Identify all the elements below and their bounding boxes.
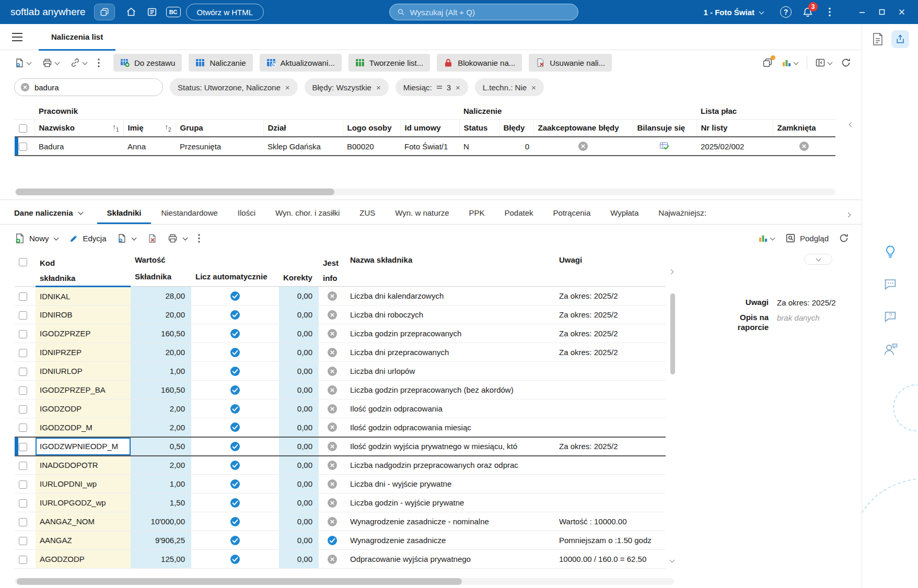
action-button-naliczanie[interactable]: Naliczanie bbox=[189, 54, 252, 72]
row-checkbox[interactable] bbox=[15, 512, 36, 531]
refresh-button[interactable] bbox=[841, 57, 851, 68]
auto-calc-cell[interactable] bbox=[191, 531, 279, 550]
component-code-cell[interactable]: IDNIROB bbox=[36, 305, 131, 324]
component-code-cell[interactable]: AGODZODP bbox=[36, 550, 131, 569]
home-icon[interactable] bbox=[122, 4, 140, 20]
component-value-cell[interactable]: 20,00 bbox=[131, 305, 191, 324]
cell-bledy[interactable]: 0 bbox=[499, 137, 533, 156]
component-row[interactable]: IDNIKAL28,000,00Liczba dni kalendarzowyc… bbox=[15, 287, 666, 305]
cell-zamknieta[interactable] bbox=[773, 137, 835, 156]
component-row[interactable]: IDNIURLOP1,000,00Liczba dni urlopów bbox=[15, 362, 666, 381]
row-checkbox[interactable] bbox=[15, 362, 36, 381]
help-chat-icon[interactable]: ? bbox=[883, 309, 898, 324]
more-menu-button[interactable] bbox=[821, 4, 839, 20]
component-value-cell[interactable]: 28,00 bbox=[131, 287, 191, 305]
action-button-blokowanie-na[interactable]: Blokowanie na... bbox=[437, 54, 522, 72]
filter-chip[interactable]: Status: Utworzone, Naliczone× bbox=[170, 78, 298, 96]
row-checkbox[interactable] bbox=[15, 475, 36, 493]
component-value-cell[interactable]: 9'906,25 bbox=[131, 531, 191, 550]
col-grupa[interactable]: Grupa bbox=[176, 119, 263, 137]
report-button[interactable] bbox=[117, 233, 137, 244]
correction-cell[interactable]: 0,00 bbox=[279, 324, 319, 343]
correction-cell[interactable]: 0,00 bbox=[279, 305, 319, 324]
component-code-cell[interactable]: IDNIPRZEP bbox=[36, 343, 131, 362]
correction-cell[interactable]: 0,00 bbox=[279, 418, 319, 437]
component-row[interactable]: IGODZODP_M2,000,00Ilość godzin odpracowa… bbox=[15, 418, 666, 437]
action-button-aktualizowani[interactable]: Aktualizowani... bbox=[260, 54, 342, 72]
company-selector[interactable]: 1 - Foto Świat bbox=[704, 8, 765, 17]
col-licz-automatycznie[interactable]: Licz automatycznie bbox=[191, 269, 279, 286]
col-uwagi[interactable]: Uwagi bbox=[555, 252, 666, 287]
news-icon[interactable] bbox=[143, 4, 161, 20]
employee-row[interactable]: Badura Anna Przesunięta Sklep Gdańska B0… bbox=[15, 137, 835, 156]
copy-view-button[interactable] bbox=[762, 57, 773, 68]
remove-filter-icon[interactable]: × bbox=[376, 84, 381, 91]
select-all-checkbox[interactable] bbox=[15, 119, 34, 137]
component-value-cell[interactable]: 2,00 bbox=[131, 418, 191, 437]
col-korekty[interactable]: Korekty bbox=[279, 252, 319, 287]
row-checkbox[interactable] bbox=[15, 550, 36, 569]
search-input[interactable] bbox=[34, 83, 157, 92]
windows-icon[interactable] bbox=[94, 4, 115, 20]
tab-najważniejsz[interactable]: Najważniejsz: bbox=[648, 208, 716, 217]
chart-button[interactable] bbox=[758, 233, 775, 243]
auto-calc-cell[interactable] bbox=[191, 418, 279, 437]
component-value-cell[interactable]: 1,00 bbox=[131, 475, 191, 493]
component-code-cell[interactable]: IDNIKAL bbox=[36, 287, 131, 305]
auto-calc-cell[interactable] bbox=[191, 550, 279, 569]
auto-calc-cell[interactable] bbox=[191, 324, 279, 343]
action-button-do-zestawu[interactable]: Do zestawu bbox=[113, 54, 182, 72]
correction-cell[interactable]: 0,00 bbox=[279, 399, 319, 418]
help-button[interactable]: ? bbox=[777, 4, 795, 20]
component-row[interactable]: IDNIROB20,000,00Liczba dni roboczychZa o… bbox=[15, 305, 666, 324]
remove-filter-icon[interactable]: × bbox=[285, 84, 290, 91]
tab-wyn-w-naturze[interactable]: Wyn. w naturze bbox=[385, 208, 459, 217]
correction-cell[interactable]: 0,00 bbox=[279, 531, 319, 550]
auto-calc-cell[interactable] bbox=[191, 343, 279, 362]
correction-cell[interactable]: 0,00 bbox=[279, 512, 319, 531]
correction-cell[interactable]: 0,00 bbox=[279, 493, 319, 512]
component-value-cell[interactable]: 160,50 bbox=[131, 324, 191, 343]
row-checkbox[interactable] bbox=[15, 531, 36, 550]
component-row[interactable]: IGODZPRZEP160,500,00Liczba godzin przepr… bbox=[15, 324, 666, 343]
menu-button[interactable] bbox=[9, 29, 25, 45]
component-row[interactable]: IDNIPRZEP20,000,00Liczba dni przepracowa… bbox=[15, 343, 666, 362]
collapse-columns-icon[interactable] bbox=[847, 122, 853, 128]
auto-calc-cell[interactable] bbox=[191, 456, 279, 475]
component-code-cell[interactable]: IGODZODP bbox=[36, 399, 131, 418]
panel-layout-button[interactable] bbox=[815, 57, 833, 68]
col-bledy[interactable]: Błędy bbox=[499, 119, 533, 137]
tab-podatek[interactable]: Podatek bbox=[495, 208, 543, 217]
clear-search-icon[interactable] bbox=[20, 82, 30, 92]
component-code-cell[interactable]: IGODZPRZEP bbox=[36, 324, 131, 343]
col-kod-skladnika[interactable]: Kod składnika bbox=[36, 252, 131, 287]
tab-wypłata[interactable]: Wypłata bbox=[600, 208, 648, 217]
component-value-cell[interactable]: 160,50 bbox=[131, 381, 191, 399]
action-button-usuwanie-nali[interactable]: Usuwanie nali... bbox=[529, 54, 612, 72]
component-code-cell[interactable]: IGODZPRZEP_BA bbox=[36, 381, 131, 399]
cell-bilansuje-sie[interactable] bbox=[633, 137, 696, 156]
component-code-cell[interactable]: IGODZWPNIEODP_M bbox=[36, 437, 131, 456]
more-actions-button[interactable] bbox=[198, 234, 200, 243]
component-code-cell[interactable]: IURLOPGODZ_wp bbox=[36, 493, 131, 512]
col-id-umowy[interactable]: Id umowy bbox=[400, 119, 459, 137]
col-zamknieta[interactable]: Zamknięta bbox=[773, 119, 835, 137]
component-value-cell[interactable]: 1,50 bbox=[131, 493, 191, 512]
correction-cell[interactable]: 0,00 bbox=[279, 287, 319, 305]
more-columns-icon[interactable] bbox=[669, 269, 675, 275]
auto-calc-cell[interactable] bbox=[191, 437, 279, 456]
component-value-cell[interactable]: 2,00 bbox=[131, 456, 191, 475]
new-report-button[interactable] bbox=[11, 55, 34, 70]
auto-calc-cell[interactable] bbox=[191, 362, 279, 381]
auto-calc-cell[interactable] bbox=[191, 305, 279, 324]
cell-logo-osoby[interactable]: B00020 bbox=[343, 137, 400, 156]
col-nr-listy[interactable]: Nr listy bbox=[696, 119, 773, 137]
correction-cell[interactable]: 0,00 bbox=[279, 437, 319, 456]
row-checkbox[interactable] bbox=[15, 437, 36, 456]
component-value-cell[interactable]: 20,00 bbox=[131, 343, 191, 362]
col-logo-osoby[interactable]: Logo osoby bbox=[343, 119, 400, 137]
tab-niestandardowe[interactable]: Niestandardowe bbox=[151, 208, 227, 217]
scroll-down-icon[interactable] bbox=[669, 558, 675, 563]
cell-imie[interactable]: Anna bbox=[123, 137, 176, 156]
cell-dzial[interactable]: Sklep Gdańska bbox=[263, 137, 343, 156]
